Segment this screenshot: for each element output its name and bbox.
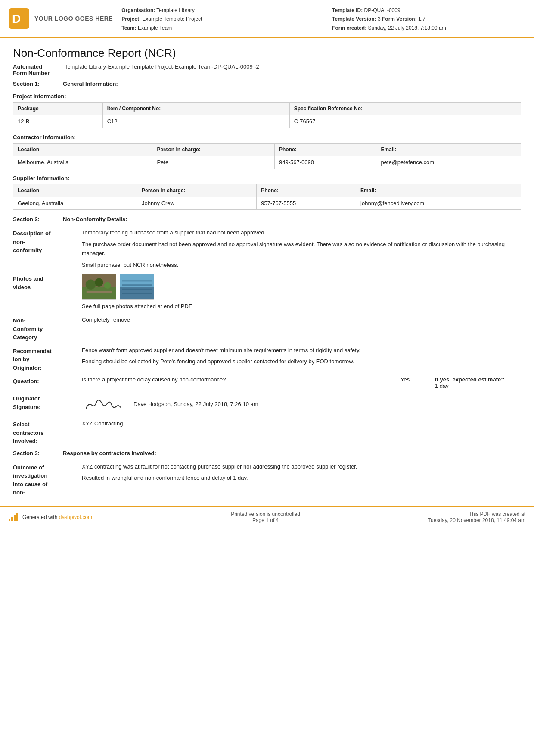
nc-category-field: Non-ConformityCategory Completely remove bbox=[13, 316, 521, 342]
contractor-location: Melbourne, Australia bbox=[13, 156, 152, 169]
section2-heading: Section 2: Non-Conformity Details: bbox=[13, 216, 521, 222]
project-col-2: Item / Component No: bbox=[102, 103, 289, 115]
footer-uncontrolled: Printed version is uncontrolled bbox=[103, 511, 428, 517]
project-info-table: Package Item / Component No: Specificati… bbox=[13, 102, 521, 128]
section1-title: General Information: bbox=[63, 81, 118, 87]
contractors-involved-field: Selectcontractorsinvolved: XYZ Contracti… bbox=[13, 419, 521, 446]
org-line: Organisation: Template Library bbox=[121, 6, 315, 15]
recommendation-value: Fence wasn't form approved supplier and … bbox=[82, 346, 521, 367]
outcome-field: Outcome ofinvestigationinto cause ofnon-… bbox=[13, 462, 521, 497]
section3-heading: Section 3: Response by contractors invol… bbox=[13, 450, 521, 456]
outcome-p2: Resulted in wrongful and non-conformant … bbox=[82, 474, 521, 483]
section3-title: Response by contractors involved: bbox=[63, 450, 156, 456]
signature-field: OriginatorSignature: Dave Hodgson, Sunda… bbox=[13, 394, 521, 415]
signature-area: Dave Hodgson, Sunday, 22 July 2018, 7:26… bbox=[82, 394, 521, 415]
project-line: Project: Example Template Project bbox=[121, 15, 315, 23]
footer-logo: Generated with dashpivot.com bbox=[9, 513, 103, 521]
page-header: D YOUR LOGO GOES HERE Organisation: Temp… bbox=[0, 0, 534, 38]
supplier-info-table: Location: Person in charge: Phone: Email… bbox=[13, 184, 521, 210]
table-row: 12-B C12 C-76567 bbox=[13, 115, 521, 128]
description-p2: The purchase order document had not been… bbox=[82, 240, 521, 258]
team-line: Team: Example Team bbox=[121, 24, 315, 32]
section1-num: Section 1: bbox=[13, 81, 56, 87]
footer-pdf-date: Tuesday, 20 November 2018, 11:49:04 am bbox=[428, 517, 525, 523]
photos-label: Photos andvideos bbox=[13, 274, 82, 291]
photos-field: Photos andvideos bbox=[13, 274, 521, 311]
signature-value: Dave Hodgson, Sunday, 22 July 2018, 7:26… bbox=[82, 394, 521, 415]
page-footer: Generated with dashpivot.com Printed ver… bbox=[0, 506, 534, 528]
supplier-phone: 957-767-5555 bbox=[257, 197, 356, 210]
outcome-label: Outcome ofinvestigationinto cause ofnon- bbox=[13, 462, 82, 497]
nc-category-label: Non-ConformityCategory bbox=[13, 316, 82, 342]
contractor-info-heading: Contractor Information: bbox=[13, 134, 521, 141]
svg-text:D: D bbox=[12, 12, 21, 25]
form-number-label: AutomatedForm Number bbox=[13, 63, 65, 76]
project-col-1: Package bbox=[13, 103, 103, 115]
question-field: Question: Is there a project time delay … bbox=[13, 376, 521, 389]
logo-area: D YOUR LOGO GOES HERE bbox=[9, 4, 113, 32]
signature-label: OriginatorSignature: bbox=[13, 394, 82, 411]
section3-num: Section 3: bbox=[13, 450, 56, 456]
photo-thumb-2 bbox=[120, 274, 154, 300]
contractor-phone: 949-567-0090 bbox=[275, 156, 376, 169]
outcome-p1: XYZ contracting was at fault for not con… bbox=[82, 462, 521, 472]
contractors-involved-label: Selectcontractorsinvolved: bbox=[13, 419, 82, 446]
supplier-col-2: Person in charge: bbox=[137, 184, 257, 197]
contractor-email: pete@petefence.com bbox=[376, 156, 521, 169]
project-item: C12 bbox=[102, 115, 289, 128]
supplier-info-heading: Supplier Information: bbox=[13, 175, 521, 181]
contractor-info-table: Location: Person in charge: Phone: Email… bbox=[13, 143, 521, 169]
footer-generated-text: Generated with dashpivot.com bbox=[22, 514, 92, 520]
contractors-involved-value: XYZ Contracting bbox=[82, 419, 521, 428]
supplier-col-1: Location: bbox=[13, 184, 137, 197]
recommendation-field: Recommendation byOriginator: Fence wasn'… bbox=[13, 346, 521, 372]
photos-value: See full page photos attached at end of … bbox=[82, 274, 521, 311]
outcome-value: XYZ contracting was at fault for not con… bbox=[82, 462, 521, 483]
supplier-col-3: Phone: bbox=[257, 184, 356, 197]
question-content: Is there a project time delay caused by … bbox=[82, 376, 521, 389]
nc-category-value: Completely remove bbox=[82, 316, 521, 325]
dashpivot-icon bbox=[9, 513, 18, 521]
description-label: Description ofnon-conformity bbox=[13, 228, 82, 255]
svg-rect-7 bbox=[87, 291, 112, 293]
contractor-person: Pete bbox=[152, 156, 275, 169]
description-p3: Small purchase, but NCR nonetheless. bbox=[82, 261, 521, 270]
description-p1: Temporary fencing purchased from a suppl… bbox=[82, 228, 521, 237]
photo-thumb-1 bbox=[82, 274, 116, 300]
svg-point-5 bbox=[95, 278, 103, 287]
project-col-3: Specification Reference No: bbox=[289, 103, 521, 115]
contractor-col-2: Person in charge: bbox=[152, 144, 275, 156]
contractor-col-3: Phone: bbox=[275, 144, 376, 156]
form-created-line: Form created: Sunday, 22 July 2018, 7:18… bbox=[332, 24, 525, 32]
supplier-email: johnny@fencedlivery.com bbox=[356, 197, 521, 210]
signature-person: Dave Hodgson, Sunday, 22 July 2018, 7:26… bbox=[134, 400, 258, 409]
footer-page: Page 1 of 4 bbox=[103, 517, 428, 523]
svg-rect-11 bbox=[122, 284, 152, 286]
supplier-person: Johnny Crew bbox=[137, 197, 257, 210]
header-meta-left: Organisation: Template Library Project: … bbox=[121, 6, 315, 32]
table-row: Geelong, Australia Johnny Crew 957-767-5… bbox=[13, 197, 521, 210]
logo-text: YOUR LOGO GOES HERE bbox=[34, 15, 113, 22]
recommendation-p1: Fence wasn't form approved supplier and … bbox=[82, 346, 521, 355]
svg-rect-13 bbox=[122, 293, 152, 294]
section2-num: Section 2: bbox=[13, 216, 56, 222]
template-id-line: Template ID: DP-QUAL-0009 bbox=[332, 6, 525, 15]
svg-rect-12 bbox=[122, 289, 152, 290]
contractor-col-1: Location: bbox=[13, 144, 152, 156]
supplier-location: Geelong, Australia bbox=[13, 197, 137, 210]
description-field: Description ofnon-conformity Temporary f… bbox=[13, 228, 521, 269]
svg-rect-10 bbox=[122, 281, 152, 282]
signature-image bbox=[82, 394, 125, 415]
template-version-line: Template Version: 3 Form Version: 1.7 bbox=[332, 15, 525, 23]
form-number-value: Template Library-Example Template Projec… bbox=[65, 63, 259, 76]
svg-point-4 bbox=[86, 280, 96, 290]
question-estimate: If yes, expected estimate:: 1 day bbox=[435, 376, 521, 389]
dashpivot-link[interactable]: dashpivot.com bbox=[59, 514, 92, 520]
recommendation-label: Recommendation byOriginator: bbox=[13, 346, 82, 372]
header-meta: Organisation: Template Library Project: … bbox=[121, 4, 525, 32]
question-label: Question: bbox=[13, 376, 82, 386]
description-value: Temporary fencing purchased from a suppl… bbox=[82, 228, 521, 269]
header-meta-right: Template ID: DP-QUAL-0009 Template Versi… bbox=[332, 6, 525, 32]
project-spec: C-76567 bbox=[289, 115, 521, 128]
question-text: Is there a project time delay caused by … bbox=[82, 376, 392, 383]
